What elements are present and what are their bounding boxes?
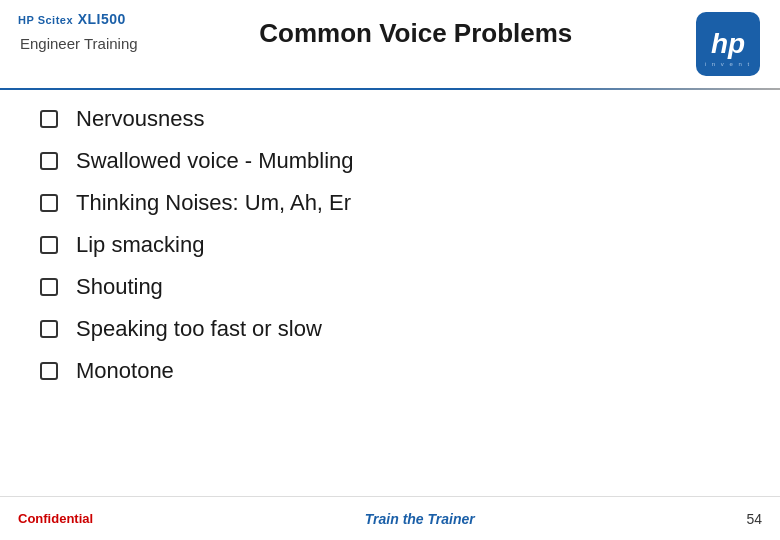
- engineer-training-label: Engineer Training: [20, 35, 138, 52]
- checkbox-icon: [40, 320, 58, 338]
- logo-text: HP Scitex XLI500: [18, 10, 126, 27]
- page-title: Common Voice Problems: [259, 18, 572, 49]
- checkbox-icon: [40, 236, 58, 254]
- list-item-text: Shouting: [76, 274, 163, 300]
- footer: Confidential Train the Trainer 54: [0, 496, 780, 540]
- list-item-text: Thinking Noises: Um, Ah, Er: [76, 190, 351, 216]
- header: HP Scitex XLI500 Engineer Training Commo…: [0, 0, 780, 88]
- list-item-text: Monotone: [76, 358, 174, 384]
- list-item-text: Swallowed voice - Mumbling: [76, 148, 354, 174]
- list-item: Speaking too fast or slow: [30, 308, 750, 350]
- footer-confidential: Confidential: [18, 511, 93, 526]
- svg-text:i n v e n t: i n v e n t: [705, 61, 751, 67]
- list-item: Shouting: [30, 266, 750, 308]
- logo-hp: HP Scitex: [18, 14, 73, 26]
- hp-logo-svg: hp i n v e n t: [694, 10, 762, 78]
- svg-text:hp: hp: [711, 28, 745, 59]
- checkbox-icon: [40, 152, 58, 170]
- footer-page-number: 54: [746, 511, 762, 527]
- list-item: Thinking Noises: Um, Ah, Er: [30, 182, 750, 224]
- content-area: NervousnessSwallowed voice - MumblingThi…: [0, 90, 780, 402]
- list-item: Swallowed voice - Mumbling: [30, 140, 750, 182]
- list-item: Nervousness: [30, 98, 750, 140]
- checkbox-icon: [40, 362, 58, 380]
- header-left: HP Scitex XLI500 Engineer Training: [18, 10, 138, 52]
- logo-model: XLI500: [78, 11, 126, 27]
- voice-problems-list: NervousnessSwallowed voice - MumblingThi…: [30, 98, 750, 392]
- checkbox-icon: [40, 278, 58, 296]
- logo-area: HP Scitex XLI500: [18, 10, 138, 27]
- list-item-text: Speaking too fast or slow: [76, 316, 322, 342]
- header-center: Common Voice Problems: [138, 10, 694, 49]
- list-item: Monotone: [30, 350, 750, 392]
- hp-logo: hp i n v e n t: [694, 10, 762, 82]
- list-item-text: Nervousness: [76, 106, 204, 132]
- checkbox-icon: [40, 110, 58, 128]
- checkbox-icon: [40, 194, 58, 212]
- list-item: Lip smacking: [30, 224, 750, 266]
- footer-center-label: Train the Trainer: [365, 511, 475, 527]
- list-item-text: Lip smacking: [76, 232, 204, 258]
